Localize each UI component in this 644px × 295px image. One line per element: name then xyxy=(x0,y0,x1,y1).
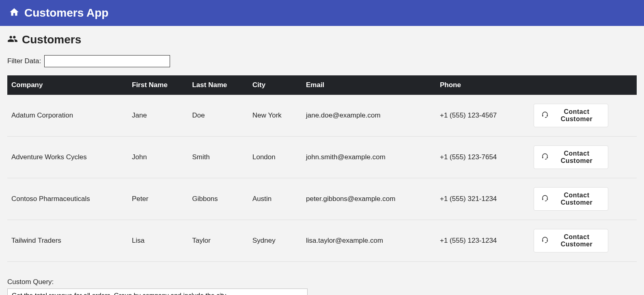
people-icon xyxy=(7,34,18,46)
cell-action: Contact Customer xyxy=(530,95,637,137)
cell-email: lisa.taylor@example.com xyxy=(302,220,436,262)
app-header: Customers App xyxy=(0,0,644,26)
contact-customer-label: Contact Customer xyxy=(553,150,601,165)
page-heading-row: Customers xyxy=(7,33,637,46)
svg-rect-4 xyxy=(542,199,543,200)
table-row: Tailwind TradersLisaTaylorSydneylisa.tay… xyxy=(7,220,637,262)
contact-customer-button[interactable]: Contact Customer xyxy=(534,187,608,211)
cell-action: Contact Customer xyxy=(530,178,637,220)
query-row: Run Query Reset Data xyxy=(7,289,637,295)
cell-city: New York xyxy=(248,95,302,137)
col-email: Email xyxy=(302,75,436,95)
cell-last-name: Gibbons xyxy=(188,178,248,220)
cell-phone: +1 (555) 123-7654 xyxy=(436,137,530,178)
contact-customer-button[interactable]: Contact Customer xyxy=(534,104,608,127)
cell-action: Contact Customer xyxy=(530,220,637,262)
cell-company: Adatum Corporation xyxy=(7,95,128,137)
cell-phone: +1 (555) 123-1234 xyxy=(436,220,530,262)
cell-first-name: John xyxy=(128,137,188,178)
table-row: Adventure Works CyclesJohnSmithLondonjoh… xyxy=(7,137,637,178)
cell-city: London xyxy=(248,137,302,178)
cell-company: Contoso Pharmaceuticals xyxy=(7,178,128,220)
svg-rect-3 xyxy=(547,157,547,158)
filter-row: Filter Data: xyxy=(7,55,637,67)
cell-first-name: Peter xyxy=(128,178,188,220)
cell-company: Tailwind Traders xyxy=(7,220,128,262)
svg-rect-1 xyxy=(547,115,547,117)
col-city: City xyxy=(248,75,302,95)
col-phone: Phone xyxy=(436,75,530,95)
contact-customer-label: Contact Customer xyxy=(553,192,601,206)
svg-rect-2 xyxy=(542,157,543,158)
col-first-name: First Name xyxy=(128,75,188,95)
col-action xyxy=(530,75,637,95)
cell-company: Adventure Works Cycles xyxy=(7,137,128,178)
cell-phone: +1 (555) 123-4567 xyxy=(436,95,530,137)
cell-first-name: Lisa xyxy=(128,220,188,262)
table-row: Adatum CorporationJaneDoeNew Yorkjane.do… xyxy=(7,95,637,137)
contact-customer-button[interactable]: Contact Customer xyxy=(534,145,608,169)
headset-icon xyxy=(541,153,549,162)
cell-email: peter.gibbons@example.com xyxy=(302,178,436,220)
page-title: Customers xyxy=(22,33,81,46)
query-label: Custom Query: xyxy=(7,278,637,286)
svg-rect-6 xyxy=(542,240,543,242)
col-company: Company xyxy=(7,75,128,95)
contact-customer-label: Contact Customer xyxy=(553,233,601,248)
main-content: Customers Filter Data: Company First Nam… xyxy=(0,26,644,295)
home-icon[interactable] xyxy=(9,7,19,19)
svg-rect-5 xyxy=(547,199,547,200)
cell-last-name: Taylor xyxy=(188,220,248,262)
cell-last-name: Smith xyxy=(188,137,248,178)
cell-city: Sydney xyxy=(248,220,302,262)
contact-customer-label: Contact Customer xyxy=(553,108,601,123)
col-last-name: Last Name xyxy=(188,75,248,95)
headset-icon xyxy=(541,111,549,120)
filter-label: Filter Data: xyxy=(7,57,41,65)
contact-customer-button[interactable]: Contact Customer xyxy=(534,229,608,252)
filter-input[interactable] xyxy=(44,55,170,67)
cell-last-name: Doe xyxy=(188,95,248,137)
cell-action: Contact Customer xyxy=(530,137,637,178)
cell-city: Austin xyxy=(248,178,302,220)
query-textarea[interactable] xyxy=(7,289,308,295)
table-row: Contoso PharmaceuticalsPeterGibbonsAusti… xyxy=(7,178,637,220)
cell-email: john.smith@example.com xyxy=(302,137,436,178)
svg-rect-7 xyxy=(547,240,547,242)
query-section: Custom Query: Run Query Reset Data xyxy=(7,278,637,295)
svg-rect-0 xyxy=(542,115,543,117)
customers-table: Company First Name Last Name City Email … xyxy=(7,75,637,262)
app-title: Customers App xyxy=(24,6,108,19)
headset-icon xyxy=(541,195,549,203)
cell-phone: +1 (555) 321-1234 xyxy=(436,178,530,220)
table-header-row: Company First Name Last Name City Email … xyxy=(7,75,637,95)
headset-icon xyxy=(541,236,549,245)
cell-first-name: Jane xyxy=(128,95,188,137)
cell-email: jane.doe@example.com xyxy=(302,95,436,137)
